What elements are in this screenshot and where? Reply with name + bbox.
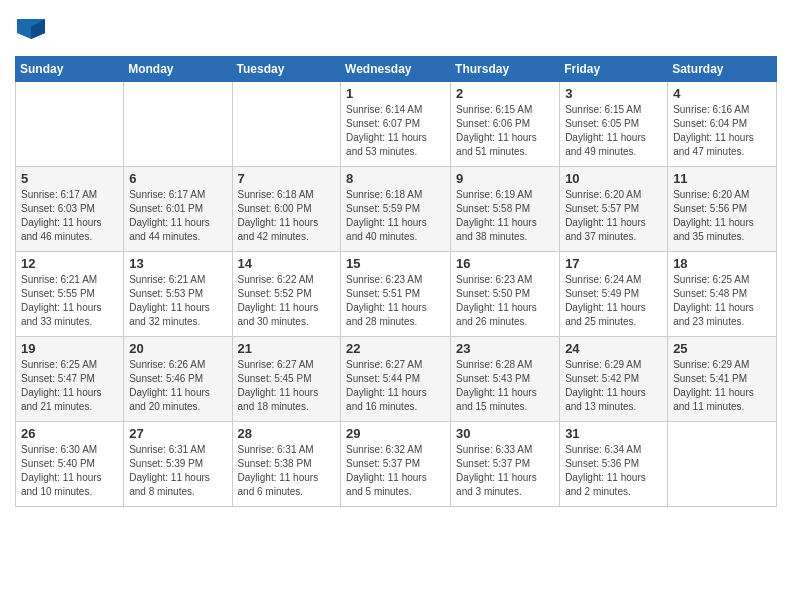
calendar-cell: 30Sunrise: 6:33 AM Sunset: 5:37 PM Dayli… (451, 421, 560, 506)
calendar-cell: 4Sunrise: 6:16 AM Sunset: 6:04 PM Daylig… (668, 81, 777, 166)
day-info: Sunrise: 6:22 AM Sunset: 5:52 PM Dayligh… (238, 273, 336, 329)
day-info: Sunrise: 6:25 AM Sunset: 5:47 PM Dayligh… (21, 358, 118, 414)
day-info: Sunrise: 6:18 AM Sunset: 5:59 PM Dayligh… (346, 188, 445, 244)
calendar-cell: 19Sunrise: 6:25 AM Sunset: 5:47 PM Dayli… (16, 336, 124, 421)
calendar-cell: 5Sunrise: 6:17 AM Sunset: 6:03 PM Daylig… (16, 166, 124, 251)
day-info: Sunrise: 6:25 AM Sunset: 5:48 PM Dayligh… (673, 273, 771, 329)
day-number: 31 (565, 426, 662, 441)
day-info: Sunrise: 6:26 AM Sunset: 5:46 PM Dayligh… (129, 358, 226, 414)
day-info: Sunrise: 6:29 AM Sunset: 5:42 PM Dayligh… (565, 358, 662, 414)
week-row-4: 26Sunrise: 6:30 AM Sunset: 5:40 PM Dayli… (16, 421, 777, 506)
calendar-cell: 23Sunrise: 6:28 AM Sunset: 5:43 PM Dayli… (451, 336, 560, 421)
day-number: 2 (456, 86, 554, 101)
day-info: Sunrise: 6:28 AM Sunset: 5:43 PM Dayligh… (456, 358, 554, 414)
day-number: 16 (456, 256, 554, 271)
day-number: 4 (673, 86, 771, 101)
day-number: 27 (129, 426, 226, 441)
weekday-header-saturday: Saturday (668, 56, 777, 81)
day-info: Sunrise: 6:32 AM Sunset: 5:37 PM Dayligh… (346, 443, 445, 499)
calendar-cell: 1Sunrise: 6:14 AM Sunset: 6:07 PM Daylig… (341, 81, 451, 166)
calendar-cell: 27Sunrise: 6:31 AM Sunset: 5:39 PM Dayli… (124, 421, 232, 506)
weekday-header-sunday: Sunday (16, 56, 124, 81)
calendar-cell (124, 81, 232, 166)
day-number: 1 (346, 86, 445, 101)
logo-text (15, 15, 45, 48)
weekday-header-monday: Monday (124, 56, 232, 81)
calendar-cell: 15Sunrise: 6:23 AM Sunset: 5:51 PM Dayli… (341, 251, 451, 336)
day-info: Sunrise: 6:20 AM Sunset: 5:56 PM Dayligh… (673, 188, 771, 244)
calendar-cell: 2Sunrise: 6:15 AM Sunset: 6:06 PM Daylig… (451, 81, 560, 166)
calendar-cell: 22Sunrise: 6:27 AM Sunset: 5:44 PM Dayli… (341, 336, 451, 421)
page-container: SundayMondayTuesdayWednesdayThursdayFrid… (0, 0, 792, 517)
weekday-header-wednesday: Wednesday (341, 56, 451, 81)
day-number: 25 (673, 341, 771, 356)
logo-icon (17, 15, 45, 43)
calendar-cell: 14Sunrise: 6:22 AM Sunset: 5:52 PM Dayli… (232, 251, 341, 336)
day-info: Sunrise: 6:20 AM Sunset: 5:57 PM Dayligh… (565, 188, 662, 244)
day-number: 9 (456, 171, 554, 186)
day-info: Sunrise: 6:14 AM Sunset: 6:07 PM Dayligh… (346, 103, 445, 159)
calendar-cell: 31Sunrise: 6:34 AM Sunset: 5:36 PM Dayli… (560, 421, 668, 506)
day-number: 13 (129, 256, 226, 271)
calendar-cell: 18Sunrise: 6:25 AM Sunset: 5:48 PM Dayli… (668, 251, 777, 336)
calendar-cell: 9Sunrise: 6:19 AM Sunset: 5:58 PM Daylig… (451, 166, 560, 251)
day-number: 8 (346, 171, 445, 186)
calendar-cell: 25Sunrise: 6:29 AM Sunset: 5:41 PM Dayli… (668, 336, 777, 421)
logo (15, 15, 45, 48)
day-number: 26 (21, 426, 118, 441)
calendar-cell: 11Sunrise: 6:20 AM Sunset: 5:56 PM Dayli… (668, 166, 777, 251)
day-number: 19 (21, 341, 118, 356)
calendar-cell (232, 81, 341, 166)
calendar-cell (668, 421, 777, 506)
day-info: Sunrise: 6:29 AM Sunset: 5:41 PM Dayligh… (673, 358, 771, 414)
day-number: 21 (238, 341, 336, 356)
day-info: Sunrise: 6:27 AM Sunset: 5:44 PM Dayligh… (346, 358, 445, 414)
day-info: Sunrise: 6:15 AM Sunset: 6:05 PM Dayligh… (565, 103, 662, 159)
day-info: Sunrise: 6:24 AM Sunset: 5:49 PM Dayligh… (565, 273, 662, 329)
weekday-header-row: SundayMondayTuesdayWednesdayThursdayFrid… (16, 56, 777, 81)
day-number: 23 (456, 341, 554, 356)
day-info: Sunrise: 6:34 AM Sunset: 5:36 PM Dayligh… (565, 443, 662, 499)
day-number: 18 (673, 256, 771, 271)
day-number: 24 (565, 341, 662, 356)
weekday-header-thursday: Thursday (451, 56, 560, 81)
calendar-cell: 7Sunrise: 6:18 AM Sunset: 6:00 PM Daylig… (232, 166, 341, 251)
day-number: 12 (21, 256, 118, 271)
calendar-cell: 6Sunrise: 6:17 AM Sunset: 6:01 PM Daylig… (124, 166, 232, 251)
day-number: 3 (565, 86, 662, 101)
day-number: 17 (565, 256, 662, 271)
day-info: Sunrise: 6:33 AM Sunset: 5:37 PM Dayligh… (456, 443, 554, 499)
day-info: Sunrise: 6:17 AM Sunset: 6:01 PM Dayligh… (129, 188, 226, 244)
day-info: Sunrise: 6:16 AM Sunset: 6:04 PM Dayligh… (673, 103, 771, 159)
calendar-cell: 13Sunrise: 6:21 AM Sunset: 5:53 PM Dayli… (124, 251, 232, 336)
calendar-cell: 28Sunrise: 6:31 AM Sunset: 5:38 PM Dayli… (232, 421, 341, 506)
calendar-cell: 21Sunrise: 6:27 AM Sunset: 5:45 PM Dayli… (232, 336, 341, 421)
weekday-header-friday: Friday (560, 56, 668, 81)
calendar-cell: 26Sunrise: 6:30 AM Sunset: 5:40 PM Dayli… (16, 421, 124, 506)
calendar-cell: 3Sunrise: 6:15 AM Sunset: 6:05 PM Daylig… (560, 81, 668, 166)
week-row-1: 5Sunrise: 6:17 AM Sunset: 6:03 PM Daylig… (16, 166, 777, 251)
day-info: Sunrise: 6:21 AM Sunset: 5:53 PM Dayligh… (129, 273, 226, 329)
day-number: 15 (346, 256, 445, 271)
calendar-cell: 10Sunrise: 6:20 AM Sunset: 5:57 PM Dayli… (560, 166, 668, 251)
day-number: 14 (238, 256, 336, 271)
day-number: 20 (129, 341, 226, 356)
day-info: Sunrise: 6:19 AM Sunset: 5:58 PM Dayligh… (456, 188, 554, 244)
day-info: Sunrise: 6:31 AM Sunset: 5:38 PM Dayligh… (238, 443, 336, 499)
day-number: 5 (21, 171, 118, 186)
weekday-header-tuesday: Tuesday (232, 56, 341, 81)
calendar-cell: 12Sunrise: 6:21 AM Sunset: 5:55 PM Dayli… (16, 251, 124, 336)
day-number: 22 (346, 341, 445, 356)
calendar-cell: 17Sunrise: 6:24 AM Sunset: 5:49 PM Dayli… (560, 251, 668, 336)
calendar-cell: 24Sunrise: 6:29 AM Sunset: 5:42 PM Dayli… (560, 336, 668, 421)
day-info: Sunrise: 6:18 AM Sunset: 6:00 PM Dayligh… (238, 188, 336, 244)
day-number: 7 (238, 171, 336, 186)
calendar-cell: 8Sunrise: 6:18 AM Sunset: 5:59 PM Daylig… (341, 166, 451, 251)
day-info: Sunrise: 6:17 AM Sunset: 6:03 PM Dayligh… (21, 188, 118, 244)
day-number: 30 (456, 426, 554, 441)
week-row-3: 19Sunrise: 6:25 AM Sunset: 5:47 PM Dayli… (16, 336, 777, 421)
day-info: Sunrise: 6:15 AM Sunset: 6:06 PM Dayligh… (456, 103, 554, 159)
day-info: Sunrise: 6:23 AM Sunset: 5:51 PM Dayligh… (346, 273, 445, 329)
calendar-table: SundayMondayTuesdayWednesdayThursdayFrid… (15, 56, 777, 507)
day-info: Sunrise: 6:23 AM Sunset: 5:50 PM Dayligh… (456, 273, 554, 329)
